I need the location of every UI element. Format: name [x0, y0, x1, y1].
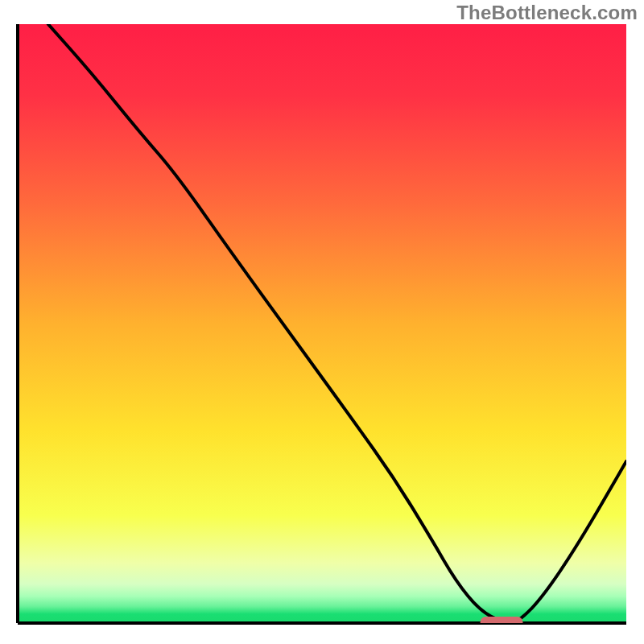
chart-stage: TheBottleneck.com: [0, 0, 644, 644]
optimum-marker: [481, 617, 523, 628]
watermark-text: TheBottleneck.com: [456, 2, 638, 24]
plot-background: [18, 24, 626, 623]
bottleneck-plot: [0, 0, 644, 644]
